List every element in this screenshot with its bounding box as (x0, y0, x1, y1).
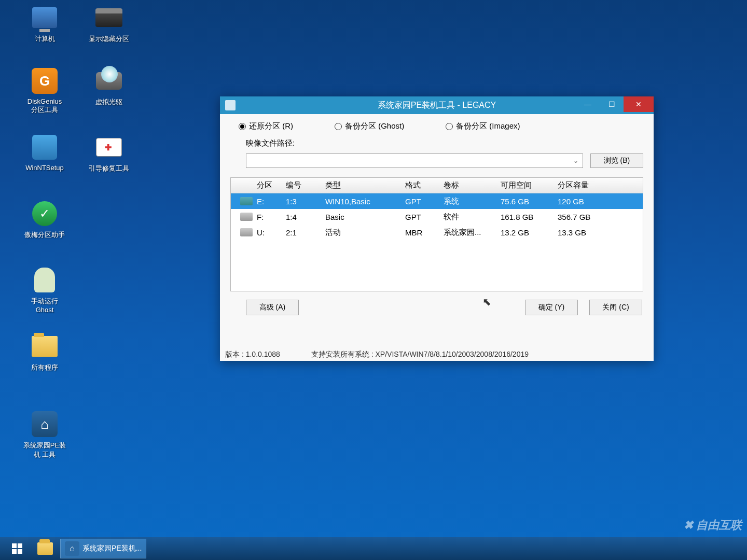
radio-dot-icon (239, 123, 246, 130)
col-header-size[interactable]: 分区容量 (552, 180, 610, 190)
partition-table: 分区 编号 类型 格式 卷标 可用空间 分区容量 E: 1:3 WIN10,Ba… (230, 177, 643, 291)
cell-size: 120 GB (552, 197, 610, 206)
icon-label: 显示隐藏分区 (83, 34, 135, 44)
aomei-icon: ✓ (30, 199, 59, 228)
watermark-x-icon: ✖ (684, 519, 693, 532)
setup-icon (30, 133, 59, 162)
image-path-input[interactable]: ⌄ (246, 153, 583, 168)
taskbar-item-explorer[interactable] (33, 539, 57, 558)
cell-free: 161.8 GB (495, 213, 552, 221)
icon-label: 傲梅分区助手 (19, 230, 71, 240)
desktop-icon-diskgenius[interactable]: G DiskGenius 分区工具 (19, 66, 71, 115)
col-header-drive[interactable]: 分区 (252, 180, 281, 190)
icon-label: 手动运行 Ghost (19, 297, 71, 314)
icon-label: 系统家园PE装 机 工具 (19, 441, 71, 459)
minimize-button[interactable]: — (576, 96, 600, 112)
diskgenius-icon: G (30, 66, 59, 95)
icon-label: DiskGenius 分区工具 (19, 97, 71, 115)
cell-fmt: MBR (400, 228, 438, 237)
status-bar: 版本 : 1.0.0.1088 支持安装所有系统 : XP/VISTA/WIN7… (220, 348, 654, 361)
desktop-icon-show-hidden[interactable]: 显示隐藏分区 (83, 3, 135, 44)
drive-icon (94, 3, 123, 32)
maximize-button[interactable]: ☐ (600, 96, 624, 112)
icon-label: 所有程序 (19, 363, 71, 372)
toolbox-icon (94, 133, 123, 162)
chevron-down-icon: ⌄ (573, 157, 578, 164)
desktop-icon-all-programs[interactable]: 所有程序 (19, 332, 71, 372)
taskbar-item-pe-tool[interactable]: ⌂ 系统家园PE装机... (60, 539, 146, 558)
house-icon: ⌂ (65, 541, 79, 556)
close-button[interactable]: ✕ (624, 96, 654, 112)
cell-label: 系统家园... (438, 228, 495, 237)
windows-icon (11, 542, 23, 555)
col-header-label[interactable]: 卷标 (438, 180, 495, 190)
browse-button[interactable]: 浏览 (B) (590, 153, 643, 168)
desktop-icon-pe-tool[interactable]: ⌂ 系统家园PE装 机 工具 (19, 410, 71, 459)
svg-rect-1 (12, 543, 17, 548)
cell-label: 软件 (438, 212, 495, 222)
desktop-icon-ghost[interactable]: 手动运行 Ghost (19, 265, 71, 314)
desktop-icon-aomei[interactable]: ✓ 傲梅分区助手 (19, 199, 71, 240)
watermark-text: 自由互联 (696, 517, 742, 533)
disk-icon (240, 228, 253, 236)
house-icon: ⌂ (30, 410, 59, 439)
icon-label: WinNTSetup (19, 164, 71, 172)
pe-tool-window: 系统家园PE装机工具 - LEGACY — ☐ ✕ 还原分区 (R) 备份分区 … (220, 96, 654, 361)
cell-label: 系统 (438, 197, 495, 206)
table-row[interactable]: F: 1:4 Basic GPT 软件 161.8 GB 356.7 GB (231, 209, 643, 225)
watermark: ✖ 自由互联 (684, 517, 742, 533)
radio-restore-partition[interactable]: 还原分区 (R) (239, 121, 293, 131)
table-row[interactable]: U: 2:1 活动 MBR 系统家园... 13.2 GB 13.3 GB (231, 225, 643, 240)
ok-button[interactable]: 确定 (Y) (525, 300, 578, 315)
cell-fmt: GPT (400, 197, 438, 206)
col-header-fmt[interactable]: 格式 (400, 180, 438, 190)
ghost-icon (30, 265, 59, 295)
icon-label: 虚拟光驱 (83, 97, 135, 107)
desktop-icon-computer[interactable]: 计算机 (19, 3, 71, 44)
folder-icon (37, 542, 53, 555)
cell-drive: E: (252, 197, 281, 206)
svg-rect-3 (12, 549, 17, 554)
cell-drive: U: (252, 228, 281, 237)
radio-backup-imagex[interactable]: 备份分区 (Imagex) (446, 121, 520, 131)
monitor-icon (30, 3, 59, 32)
dvd-icon (94, 66, 123, 95)
table-row[interactable]: E: 1:3 WIN10,Basic GPT 系统 75.6 GB 120 GB (231, 193, 643, 209)
version-text: 版本 : 1.0.0.1088 (225, 350, 280, 359)
col-header-type[interactable]: 类型 (320, 180, 400, 190)
titlebar[interactable]: 系统家园PE装机工具 - LEGACY — ☐ ✕ (220, 96, 654, 114)
cell-fmt: GPT (400, 213, 438, 221)
advanced-button[interactable]: 高级 (A) (246, 300, 299, 315)
col-header-free[interactable]: 可用空间 (495, 180, 552, 190)
cell-drive: F: (252, 213, 281, 221)
cell-num: 2:1 (281, 228, 320, 237)
image-path-label: 映像文件路径: (230, 138, 643, 148)
folder-icon (30, 332, 59, 361)
desktop-icon-virtual-drive[interactable]: 虚拟光驱 (83, 66, 135, 107)
cell-type: 活动 (320, 228, 400, 237)
taskbar-item-label: 系统家园PE装机... (82, 544, 142, 553)
cell-size: 356.7 GB (552, 213, 610, 221)
icon-label: 引导修复工具 (83, 164, 135, 173)
svg-rect-4 (18, 549, 22, 554)
disk-icon (240, 213, 253, 221)
radio-backup-ghost[interactable]: 备份分区 (Ghost) (335, 121, 404, 131)
desktop-icon-winntsetup[interactable]: WinNTSetup (19, 133, 71, 172)
cell-num: 1:3 (281, 197, 320, 206)
radio-circle-icon (335, 123, 342, 130)
cell-free: 75.6 GB (495, 197, 552, 206)
disk-icon (240, 197, 253, 205)
icon-label: 计算机 (19, 34, 71, 44)
close-button[interactable]: 关闭 (C) (589, 300, 642, 315)
svg-rect-2 (18, 543, 22, 548)
desktop-icon-boot-repair[interactable]: 引导修复工具 (83, 133, 135, 173)
radio-label: 备份分区 (Imagex) (456, 121, 520, 131)
cell-type: Basic (320, 213, 400, 221)
radio-label: 备份分区 (Ghost) (345, 121, 404, 131)
taskbar: ⌂ 系统家园PE装机... (0, 537, 747, 560)
col-header-num[interactable]: 编号 (281, 180, 320, 190)
radio-circle-icon (446, 123, 453, 130)
radio-label: 还原分区 (R) (249, 121, 293, 131)
start-button[interactable] (4, 539, 30, 558)
table-header-row: 分区 编号 类型 格式 卷标 可用空间 分区容量 (231, 178, 643, 193)
